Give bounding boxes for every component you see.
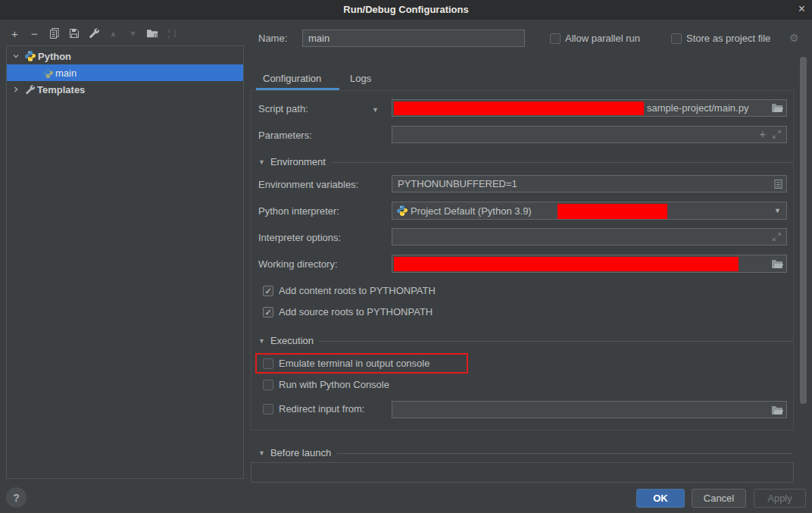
python-interpreter-value: Project Default (Python 3.9)	[411, 205, 532, 217]
move-up-icon: ▲	[107, 27, 120, 40]
working-directory-label: Working directory:	[258, 258, 338, 271]
tab-logs[interactable]: Logs	[350, 73, 371, 84]
script-path-label: Script path:	[258, 103, 308, 115]
parameters-label: Parameters:	[258, 130, 312, 142]
parameters-field[interactable]: +	[392, 126, 787, 143]
edit-templates-wrench-icon[interactable]	[87, 27, 100, 40]
add-configuration-button[interactable]: +	[8, 27, 21, 40]
script-path-value: sample-project/main.py	[647, 102, 748, 114]
emulate-terminal-checkbox[interactable]	[263, 358, 273, 369]
browse-variables-icon[interactable]	[774, 179, 782, 189]
name-label: Name:	[258, 33, 287, 45]
folder-icon[interactable]	[771, 258, 783, 269]
before-launch-task-list[interactable]	[251, 462, 794, 483]
section-title: Environment	[270, 156, 326, 167]
redaction-block	[394, 102, 644, 115]
tree-item-label: main	[55, 67, 77, 79]
store-as-project-file-label[interactable]: Store as project file	[686, 33, 770, 45]
section-collapse-icon[interactable]: ▼	[258, 449, 265, 458]
chevron-down-icon[interactable]	[12, 52, 20, 60]
environment-variables-field[interactable]: PYTHONUNBUFFERED=1	[392, 175, 787, 192]
python-icon	[396, 205, 408, 217]
redirect-input-checkbox[interactable]	[263, 404, 273, 414]
vertical-scrollbar[interactable]	[800, 57, 807, 404]
emulate-terminal-label[interactable]: Emulate terminal in output console	[279, 358, 429, 370]
python-icon	[42, 67, 54, 79]
environment-variables-value: PYTHONUNBUFFERED=1	[398, 178, 517, 189]
environment-section-header[interactable]: ▼ Environment	[258, 156, 793, 167]
redaction-block	[557, 204, 667, 219]
working-directory-field[interactable]	[392, 255, 787, 273]
new-folder-icon[interactable]	[146, 27, 159, 40]
script-path-dropdown-icon[interactable]: ▼	[372, 104, 379, 116]
folder-icon[interactable]	[771, 102, 783, 113]
folder-icon[interactable]	[771, 405, 783, 415]
interpreter-options-label: Interpreter options:	[258, 232, 341, 244]
check-icon: ✓	[264, 308, 271, 317]
name-input[interactable]: main	[302, 30, 525, 47]
section-title: Execution	[270, 335, 314, 346]
tree-item-templates[interactable]: Templates	[7, 81, 243, 98]
chevron-down-icon[interactable]: ▼	[774, 207, 781, 214]
python-interpreter-label: Python interpreter:	[258, 205, 339, 217]
section-divider	[331, 162, 793, 163]
allow-parallel-run-label[interactable]: Allow parallel run	[565, 33, 640, 45]
dialog-title: Run/Debug Configurations	[0, 4, 812, 15]
python-interpreter-select[interactable]: Project Default (Python 3.9) ▼	[392, 202, 787, 220]
python-icon	[24, 50, 36, 62]
move-down-icon: ▼	[126, 27, 139, 40]
run-debug-configurations-dialog: Run/Debug Configurations × + − ▲ ▼ az	[0, 0, 812, 513]
gear-icon[interactable]: ⚙	[789, 32, 799, 44]
tree-item-main[interactable]: main	[7, 64, 243, 81]
add-macro-plus-icon[interactable]: +	[759, 127, 766, 140]
tree-item-label: Templates	[37, 84, 85, 95]
save-configuration-icon[interactable]	[67, 27, 80, 40]
section-title: Before launch	[270, 447, 331, 458]
cancel-button[interactable]: Cancel	[692, 489, 746, 508]
tree-item-label: Python	[38, 51, 71, 62]
tab-configuration[interactable]: Configuration	[263, 73, 321, 84]
svg-text:z: z	[167, 34, 170, 39]
tree-item-python[interactable]: Python	[7, 48, 243, 64]
environment-variables-label: Environment variables:	[258, 179, 358, 191]
svg-text:a: a	[167, 28, 170, 33]
tree-toolbar: + − ▲ ▼ az	[8, 26, 179, 41]
script-path-field[interactable]: sample-project/main.py	[392, 99, 787, 117]
add-source-roots-label[interactable]: Add source roots to PYTHONPATH	[279, 306, 433, 318]
add-content-roots-label[interactable]: Add content roots to PYTHONPATH	[279, 285, 436, 297]
redaction-block	[394, 257, 739, 271]
execution-section-header[interactable]: ▼ Execution	[258, 335, 793, 346]
store-as-project-file-checkbox[interactable]	[671, 33, 682, 44]
sort-configurations-icon: az	[166, 27, 179, 40]
wrench-icon	[24, 84, 36, 95]
check-icon: ✓	[264, 287, 271, 296]
run-with-python-console-checkbox[interactable]	[263, 380, 273, 390]
redirect-input-field[interactable]	[392, 401, 787, 418]
expand-field-icon[interactable]	[772, 232, 782, 242]
run-with-python-console-label[interactable]: Run with Python Console	[279, 379, 389, 391]
configurations-tree: Python main Templates	[6, 45, 244, 479]
section-divider	[319, 341, 793, 342]
add-source-roots-checkbox[interactable]: ✓	[263, 307, 273, 317]
redirect-input-label[interactable]: Redirect input from:	[279, 403, 364, 415]
interpreter-options-field[interactable]	[392, 228, 787, 246]
allow-parallel-run-checkbox[interactable]	[550, 33, 561, 44]
section-collapse-icon[interactable]: ▼	[258, 336, 265, 346]
chevron-right-icon[interactable]	[12, 86, 20, 93]
section-divider	[336, 453, 793, 454]
title-bar: Run/Debug Configurations ×	[0, 0, 812, 20]
remove-configuration-button[interactable]: −	[28, 27, 41, 40]
copy-configuration-icon[interactable]	[48, 27, 61, 40]
ok-button[interactable]: OK	[636, 489, 685, 508]
expand-field-icon[interactable]	[772, 130, 782, 139]
close-icon[interactable]: ×	[798, 2, 805, 16]
help-button[interactable]: ?	[6, 487, 27, 508]
apply-button[interactable]: Apply	[754, 489, 806, 508]
section-collapse-icon[interactable]: ▼	[258, 158, 265, 167]
name-input-value: main	[308, 33, 329, 44]
before-launch-section-header[interactable]: ▼ Before launch	[258, 447, 793, 458]
add-content-roots-checkbox[interactable]: ✓	[263, 286, 273, 296]
